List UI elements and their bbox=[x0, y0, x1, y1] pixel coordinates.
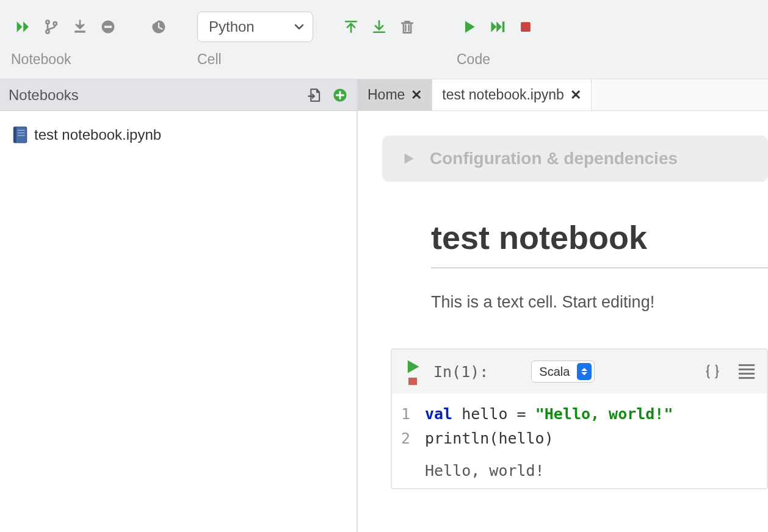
tab-bar: Home ✕ test notebook.ipynb ✕ bbox=[358, 79, 768, 111]
tab-home[interactable]: Home ✕ bbox=[358, 79, 432, 110]
toolbar-label-cell: Cell bbox=[192, 49, 425, 77]
svg-rect-4 bbox=[104, 26, 112, 28]
download-button[interactable] bbox=[67, 14, 93, 40]
config-label: Configuration & dependencies bbox=[430, 149, 678, 168]
cell-language-selected: Python bbox=[209, 18, 255, 35]
run-to-end-button[interactable] bbox=[485, 14, 510, 40]
history-button[interactable] bbox=[146, 14, 172, 40]
delete-cell-button[interactable] bbox=[394, 14, 420, 40]
svg-rect-8 bbox=[521, 22, 531, 32]
toolbar-label-notebook: Notebook bbox=[6, 49, 176, 77]
cell-language-select[interactable]: Scala bbox=[531, 361, 595, 383]
move-cell-up-button[interactable] bbox=[338, 14, 364, 40]
close-icon[interactable]: ✕ bbox=[570, 87, 581, 103]
stop-circle-button[interactable] bbox=[95, 14, 121, 40]
line-number: 2 bbox=[398, 426, 410, 451]
toolbar: Notebook Python Cell bbox=[0, 0, 768, 79]
menu-icon[interactable] bbox=[739, 364, 755, 379]
file-item-label: test notebook.ipynb bbox=[34, 126, 161, 143]
toolbar-label-code: Code bbox=[452, 49, 543, 77]
chevron-down-icon bbox=[293, 21, 305, 33]
tab-notebook[interactable]: test notebook.ipynb ✕ bbox=[432, 79, 591, 110]
content: Home ✕ test notebook.ipynb ✕ Configurati… bbox=[358, 79, 768, 532]
sidebar-title: Notebooks bbox=[9, 87, 79, 104]
notebook-file-icon bbox=[12, 126, 28, 144]
close-icon[interactable]: ✕ bbox=[411, 87, 422, 103]
play-icon bbox=[400, 151, 416, 167]
code-line-content[interactable]: println(hello) bbox=[425, 426, 554, 451]
tab-label: test notebook.ipynb bbox=[442, 87, 563, 103]
run-all-button[interactable] bbox=[11, 14, 37, 40]
code-cell: In(1): Scala 1val hello = "Hello, world!… bbox=[391, 348, 768, 489]
tab-label: Home bbox=[368, 87, 405, 103]
code-line-content[interactable]: val hello = "Hello, world!" bbox=[425, 402, 673, 426]
sidebar: Notebooks test notebook.ipynb bbox=[0, 79, 358, 532]
cell-output: Hello, world! bbox=[398, 462, 761, 480]
svg-rect-7 bbox=[502, 21, 505, 32]
status-flag-icon bbox=[408, 378, 417, 385]
toolbar-group-notebook: Notebook bbox=[0, 0, 183, 79]
toolbar-group-cell: Python Cell bbox=[183, 0, 431, 79]
file-item[interactable]: test notebook.ipynb bbox=[9, 123, 348, 146]
config-dependencies-bar[interactable]: Configuration & dependencies bbox=[382, 135, 768, 182]
stop-code-button[interactable] bbox=[513, 14, 538, 40]
run-cell-button[interactable] bbox=[457, 14, 482, 40]
select-caret-icon bbox=[577, 363, 592, 380]
cell-language-dropdown[interactable]: Python bbox=[197, 12, 313, 42]
svg-rect-11 bbox=[13, 127, 16, 143]
import-notebook-icon[interactable] bbox=[306, 87, 322, 103]
braces-icon[interactable] bbox=[703, 362, 722, 381]
move-cell-down-button[interactable] bbox=[366, 14, 392, 40]
notebook-body: Configuration & dependencies test notebo… bbox=[358, 111, 768, 532]
cell-header: In(1): Scala bbox=[392, 350, 767, 394]
run-cell-inline-button[interactable] bbox=[404, 358, 421, 385]
line-number: 1 bbox=[398, 402, 410, 426]
cell-in-label: In(1): bbox=[433, 363, 488, 381]
notebook-title[interactable]: test notebook bbox=[431, 218, 768, 256]
sidebar-file-list: test notebook.ipynb bbox=[0, 111, 357, 159]
toolbar-group-code: Code bbox=[431, 0, 549, 79]
sidebar-header: Notebooks bbox=[0, 79, 357, 111]
divider bbox=[431, 267, 768, 268]
code-editor[interactable]: 1val hello = "Hello, world!"2println(hel… bbox=[392, 394, 767, 488]
cell-language-value: Scala bbox=[539, 365, 570, 379]
branch-icon[interactable] bbox=[39, 14, 65, 40]
text-cell[interactable]: This is a text cell. Start editing! bbox=[431, 293, 768, 312]
new-notebook-icon[interactable] bbox=[332, 87, 348, 103]
main: Notebooks test notebook.ipynb bbox=[0, 79, 768, 532]
